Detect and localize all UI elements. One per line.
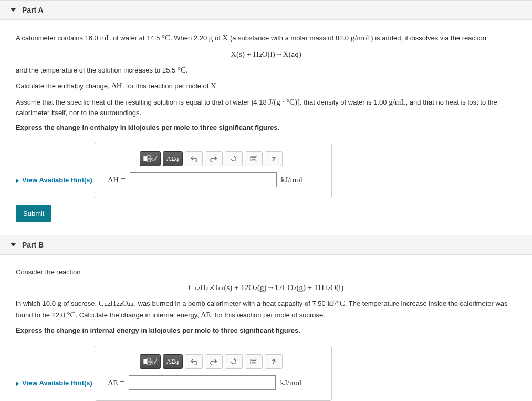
help-button[interactable]: ? [265,151,283,166]
part-a-content: A calorimeter contains 16.0 mL of water … [0,20,532,235]
caret-right-icon [16,178,19,183]
unit-b: kJ/mol [280,378,301,387]
var-label-b: ΔE = [108,378,125,387]
reset-icon [230,358,237,365]
var-label-a: ΔH = [108,175,126,184]
answer-row-b: ΔE = kJ/mol [108,375,318,390]
svg-rect-7 [254,157,255,158]
caret-down-icon [11,8,16,12]
keyboard-icon [250,358,257,365]
part-b-title: Part B [22,241,44,249]
svg-rect-13 [250,359,257,364]
part-a-paragraph-2: and the temperature of the solution incr… [16,64,516,76]
part-b-header[interactable]: Part B [0,235,532,255]
greek-button[interactable]: ΑΣφ [163,151,183,166]
part-b-content: Consider the reaction C₁₂H₂₂O₁₁(s) + 12O… [0,255,532,401]
reset-button[interactable] [225,151,243,166]
reset-button[interactable] [225,354,243,369]
view-hints-link-b[interactable]: View Available Hint(s) [16,379,92,387]
svg-rect-9 [252,159,256,160]
view-hints-link[interactable]: View Available Hint(s) [16,176,92,184]
template-icon [143,358,151,365]
part-b-paragraph-1: Consider the reaction [16,267,516,277]
answer-box-a: x√ ΑΣφ ? ΔH = kJ/mol [95,143,332,198]
unit-a: kJ/mol [281,176,302,184]
undo-icon [190,155,197,162]
help-button[interactable]: ? [265,354,283,369]
part-a-paragraph-1: A calorimeter contains 16.0 mL of water … [16,32,516,44]
redo-icon [210,358,217,365]
svg-rect-5 [252,157,253,158]
redo-icon [210,155,217,162]
toolbar-a: x√ ΑΣφ ? [140,151,318,166]
redo-button[interactable] [205,354,223,369]
submit-button-a[interactable]: Submit [16,205,51,222]
svg-rect-1 [147,156,150,158]
template-icon [143,155,151,162]
svg-rect-15 [252,360,253,361]
answer-input-a[interactable] [130,172,277,187]
equation-2: C₁₂H₂₂O₁₁(s) + 12O₂(g)→12CO₂(g) + 11H₂O(… [16,283,516,292]
part-a-instruction: Express the change in enthalpy in kilojo… [16,122,516,133]
answer-input-b[interactable] [129,375,276,390]
svg-rect-11 [147,358,150,361]
svg-rect-0 [143,157,146,161]
caret-down-icon [11,243,16,246]
greek-button[interactable]: ΑΣφ [163,354,183,369]
caret-right-icon [16,381,19,386]
answer-row-a: ΔH = kJ/mol [108,172,318,187]
answer-box-b: x√ ΑΣφ ? ΔE = kJ/mol [95,346,332,401]
svg-rect-10 [143,359,146,364]
svg-rect-8 [255,157,256,158]
redo-button[interactable] [205,151,223,166]
undo-button[interactable] [185,151,203,166]
part-a-paragraph-3: Calculate the enthalpy change, ΔH, for t… [16,80,516,92]
equation-1: X(s) + H₂O(l)→X(aq) [16,49,516,59]
undo-button[interactable] [185,354,203,369]
reset-icon [230,155,237,162]
template-button[interactable]: x√ [140,151,161,166]
svg-rect-12 [147,362,150,365]
svg-rect-2 [147,159,150,162]
svg-rect-18 [255,360,256,361]
svg-rect-3 [250,157,257,161]
svg-rect-19 [252,362,256,363]
part-a-title: Part A [22,6,44,14]
svg-rect-17 [254,360,255,361]
keyboard-button[interactable] [245,151,263,166]
part-b-paragraph-2: in which 10.0 g of sucrose, C₁₂H₂₂O₁₁, w… [16,297,516,321]
keyboard-button[interactable] [245,354,263,369]
toolbar-b: x√ ΑΣφ ? [140,354,318,369]
part-b-instruction: Express the change in internal energy in… [16,325,516,336]
part-a-header[interactable]: Part A [0,0,532,20]
svg-rect-4 [251,157,252,158]
svg-rect-14 [251,360,252,361]
part-a-paragraph-4: Assume that the specific heat of the res… [16,96,516,118]
template-button[interactable]: x√ [140,354,161,369]
svg-rect-16 [253,360,254,361]
keyboard-icon [250,155,257,162]
undo-icon [190,358,197,365]
svg-rect-6 [253,157,254,158]
